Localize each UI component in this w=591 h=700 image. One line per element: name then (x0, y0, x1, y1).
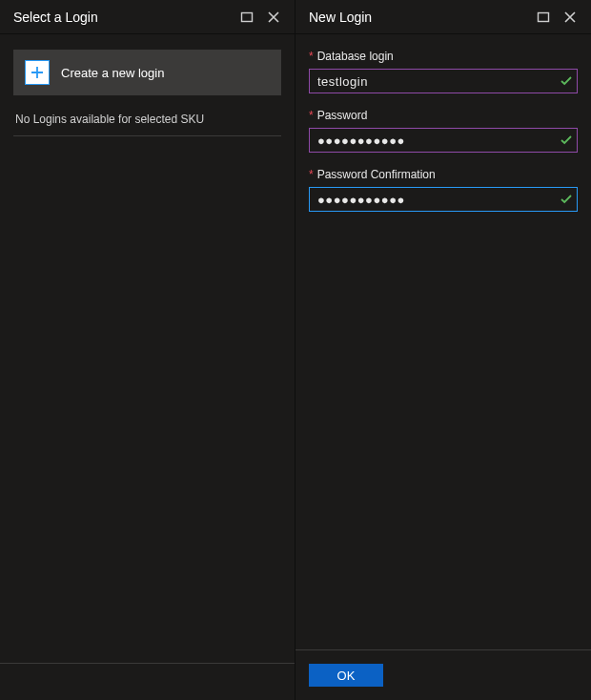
svg-rect-0 (242, 12, 253, 21)
footer-divider (0, 663, 295, 664)
input-wrap (309, 187, 578, 212)
empty-state-message: No Logins available for selected SKU (13, 113, 281, 136)
panel-header: Select a Login (0, 0, 295, 34)
required-asterisk: * (309, 110, 314, 121)
plus-icon (25, 60, 50, 85)
label-text: Password (317, 109, 368, 122)
new-login-panel: New Login * Database login (296, 0, 591, 700)
checkmark-icon (560, 134, 572, 146)
panel-header: New Login (296, 0, 591, 34)
close-icon[interactable] (260, 4, 287, 31)
field-label: * Database login (309, 50, 578, 63)
maximize-icon[interactable] (530, 4, 557, 31)
field-password: * Password (309, 109, 578, 153)
panel-title: New Login (309, 10, 530, 25)
label-text: Database login (317, 50, 394, 63)
close-icon[interactable] (557, 4, 583, 31)
svg-rect-1 (539, 12, 549, 21)
panel-footer: OK (296, 649, 591, 700)
maximize-icon[interactable] (234, 4, 260, 31)
create-new-login-label: Create a new login (61, 66, 164, 80)
password-confirmation-input[interactable] (309, 187, 578, 212)
required-asterisk: * (309, 51, 314, 62)
database-login-input[interactable] (309, 69, 578, 93)
password-input[interactable] (309, 128, 578, 153)
create-new-login-button[interactable]: Create a new login (13, 50, 281, 95)
field-password-confirmation: * Password Confirmation (309, 168, 578, 212)
select-login-panel: Select a Login Create a new login No Log… (0, 0, 296, 700)
field-label: * Password (309, 109, 578, 122)
field-label: * Password Confirmation (309, 168, 578, 181)
required-asterisk: * (309, 169, 314, 180)
input-wrap (309, 128, 578, 153)
panel-title: Select a Login (13, 10, 234, 25)
input-wrap (309, 69, 578, 93)
checkmark-icon (560, 194, 572, 205)
ok-button[interactable]: OK (309, 664, 383, 687)
label-text: Password Confirmation (317, 168, 436, 181)
checkmark-icon (560, 75, 572, 87)
field-database-login: * Database login (309, 50, 578, 93)
panel-body: * Database login * Password (296, 34, 591, 649)
panel-body: Create a new login No Logins available f… (0, 34, 295, 700)
app-root: Select a Login Create a new login No Log… (0, 0, 591, 700)
